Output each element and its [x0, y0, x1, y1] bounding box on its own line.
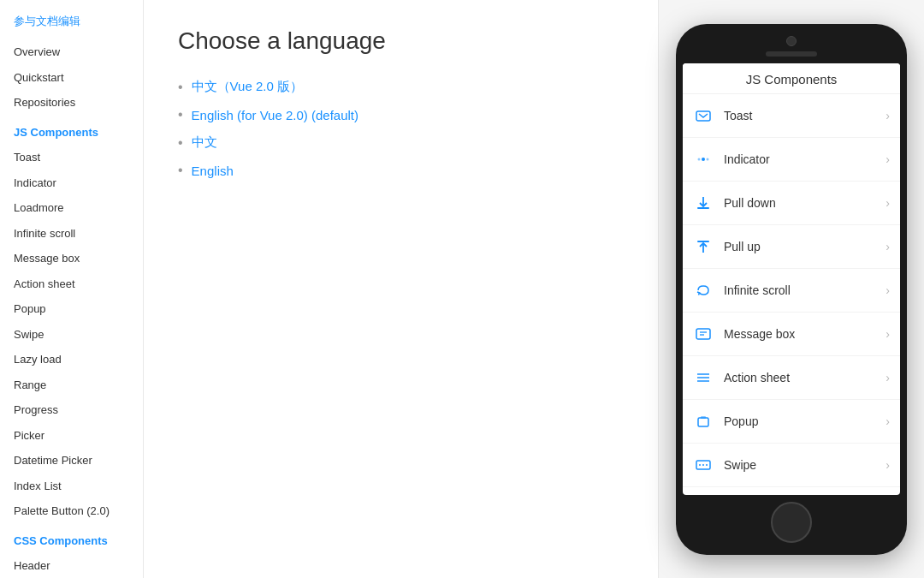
page-title: Choose a language — [178, 27, 624, 55]
phone-screen: JS Components Toast›Indicator›Pull down›… — [683, 63, 900, 495]
sidebar-nav: OverviewQuickstartRepositoriesJS Compone… — [0, 39, 143, 578]
chevron-right-icon: › — [886, 327, 890, 341]
sidebar-item-range[interactable]: Range — [0, 372, 143, 398]
phone-item-label: Toast — [724, 109, 886, 122]
language-link[interactable]: 中文 — [192, 134, 217, 151]
svg-rect-8 — [696, 329, 710, 339]
phone-list-item[interactable]: Toast› — [683, 94, 900, 138]
svg-rect-14 — [698, 418, 708, 426]
sidebar-item-quickstart[interactable]: Quickstart — [0, 65, 143, 91]
svg-point-2 — [698, 158, 701, 160]
list-item: 中文（Vue 2.0 版） — [178, 79, 624, 95]
phone-item-label: Infinite scroll — [724, 283, 886, 297]
chevron-right-icon: › — [886, 240, 890, 253]
chevron-right-icon: › — [886, 414, 890, 428]
phone-item-label: Message box — [724, 327, 886, 341]
sidebar-item-popup[interactable]: Popup — [0, 296, 143, 322]
popup-icon — [693, 411, 714, 432]
svg-rect-0 — [696, 111, 710, 121]
pull-up-icon — [693, 236, 714, 257]
sidebar-item-loadmore[interactable]: Loadmore — [0, 195, 143, 221]
sidebar-item-picker[interactable]: Picker — [0, 423, 143, 449]
phone-preview-area: JS Components Toast›Indicator›Pull down›… — [659, 0, 924, 578]
chevron-right-icon: › — [886, 109, 890, 122]
phone-mockup: JS Components Toast›Indicator›Pull down›… — [676, 24, 907, 555]
phone-list-item[interactable]: Popup› — [683, 400, 900, 444]
sidebar-item-progress[interactable]: Progress — [0, 397, 143, 423]
phone-home-button[interactable] — [771, 502, 812, 543]
list-item: English — [178, 163, 624, 178]
phone-screen-header: JS Components — [683, 63, 900, 94]
phone-list-item[interactable]: Swipe› — [683, 444, 900, 487]
phone-list-item[interactable]: Indicator› — [683, 138, 900, 182]
svg-point-3 — [707, 158, 709, 160]
contribute-link[interactable]: 参与文档编辑 — [0, 7, 143, 39]
chevron-right-icon: › — [886, 371, 890, 384]
language-list: 中文（Vue 2.0 版）English (for Vue 2.0) (defa… — [178, 79, 624, 178]
phone-list-item[interactable]: Pull up› — [683, 225, 900, 269]
language-link[interactable]: English (for Vue 2.0) (default) — [192, 108, 358, 122]
pull-down-icon — [693, 193, 714, 213]
sidebar-item-action-sheet[interactable]: Action sheet — [0, 271, 143, 297]
sidebar-item-header[interactable]: Header — [0, 553, 143, 578]
sidebar-item-toast[interactable]: Toast — [0, 145, 143, 170]
language-link[interactable]: 中文（Vue 2.0 版） — [192, 79, 303, 95]
chevron-right-icon: › — [886, 458, 890, 472]
sidebar-item-datetime-picker[interactable]: Datetime Picker — [0, 448, 143, 474]
list-item: English (for Vue 2.0) (default) — [178, 107, 624, 122]
sidebar-item-indicator[interactable]: Indicator — [0, 170, 143, 196]
phone-item-label: Indicator — [724, 152, 886, 166]
phone-screen-list: Toast›Indicator›Pull down›Pull up›Infini… — [683, 94, 900, 495]
sidebar-item-repositories[interactable]: Repositories — [0, 90, 143, 116]
infinite-scroll-icon — [693, 280, 714, 301]
language-link[interactable]: English — [192, 164, 234, 178]
svg-rect-5 — [697, 207, 709, 209]
phone-item-label: Popup — [724, 414, 886, 428]
sidebar-item-css-components: CSS Components — [0, 524, 143, 554]
svg-rect-7 — [697, 241, 709, 242]
sidebar-item-swipe[interactable]: Swipe — [0, 322, 143, 348]
phone-list-item[interactable]: Lazy load› — [683, 487, 900, 495]
sidebar-item-message-box[interactable]: Message box — [0, 246, 143, 271]
sidebar-item-js-components: JS Components — [0, 116, 143, 146]
svg-rect-15 — [701, 416, 706, 419]
sidebar-item-index-list[interactable]: Index List — [0, 474, 143, 499]
chevron-right-icon: › — [886, 196, 890, 210]
phone-list-item[interactable]: Infinite scroll› — [683, 269, 900, 313]
phone-item-label: Action sheet — [724, 371, 886, 384]
message-box-icon — [693, 324, 714, 344]
chevron-right-icon: › — [886, 283, 890, 297]
main-content: Choose a language 中文（Vue 2.0 版）English (… — [144, 0, 659, 578]
sidebar-item-overview[interactable]: Overview — [0, 39, 143, 65]
phone-item-label: Swipe — [724, 458, 886, 472]
phone-camera — [786, 36, 797, 46]
phone-list-item[interactable]: Message box› — [683, 313, 900, 356]
phone-item-label: Pull down — [724, 196, 886, 210]
phone-speaker — [766, 51, 817, 57]
sidebar-item-palette-button-20[interactable]: Palette Button (2.0) — [0, 498, 143, 524]
indicator-icon — [693, 149, 714, 170]
chevron-right-icon: › — [886, 152, 890, 166]
svg-point-1 — [702, 158, 705, 161]
toast-icon — [693, 105, 714, 126]
phone-list-item[interactable]: Pull down› — [683, 182, 900, 225]
sidebar-item-lazy-load[interactable]: Lazy load — [0, 347, 143, 372]
phone-item-label: Pull up — [724, 240, 886, 253]
phone-list-item[interactable]: Action sheet› — [683, 356, 900, 400]
sidebar: 参与文档编辑 OverviewQuickstartRepositoriesJS … — [0, 0, 144, 578]
sidebar-item-infinite-scroll[interactable]: Infinite scroll — [0, 221, 143, 247]
action-sheet-icon — [693, 367, 714, 388]
list-item: 中文 — [178, 134, 624, 151]
swipe-icon — [693, 455, 714, 475]
